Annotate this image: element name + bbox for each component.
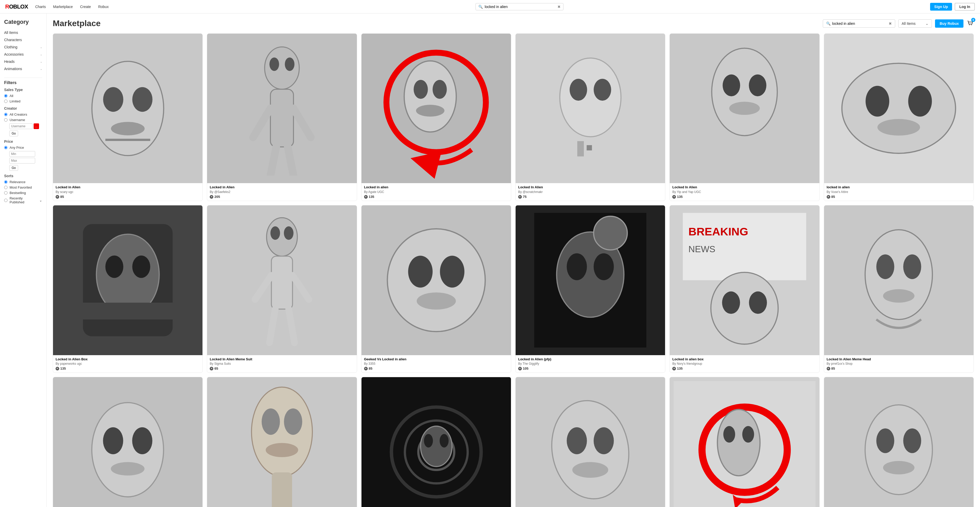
content-search-clear-icon[interactable]: ✖ [889,21,892,26]
filter-dropdown-chevron-icon: ⌄ [926,21,929,26]
item-card[interactable]: Locked in Alien BoxBy paperworks ugcR135 [53,205,203,373]
item-card[interactable]: Locked In Alien Meme SuitBy Sigma SuitsR… [207,205,357,373]
sort-recently-published[interactable]: Recently Published ⌄ [4,196,42,204]
svg-point-20 [560,58,621,137]
item-card[interactable]: Locked in Alien (pfp)By The GigglifyR105 [515,205,665,373]
svg-point-70 [262,408,280,435]
username-input[interactable] [9,123,33,129]
item-card[interactable]: Locked In AlienBy Yip and Yap UGCR135 [670,33,819,201]
sales-type-all[interactable]: All [4,94,42,98]
buy-robux-button[interactable]: Buy Robux [935,19,964,28]
item-card[interactable]: ■ Locked In AlienBy @scratchmakrR75 [515,33,665,201]
robux-icon: R [827,195,830,199]
sort-relevance[interactable]: Relevance [4,180,42,184]
sidebar-item-animations[interactable]: Animations ⌄ [4,65,42,72]
item-card[interactable]: locked in alienBy Vuse's AttireR85 [824,33,974,201]
item-card[interactable]: Locked in AlienBy @Saefeks2R205 [207,33,357,201]
nav-marketplace[interactable]: Marketplace [53,5,73,9]
svg-line-13 [270,147,276,176]
robux-icon: R [56,195,59,199]
svg-line-43 [293,276,309,300]
svg-point-19 [416,105,444,116]
signup-button[interactable]: Sign Up [930,3,952,11]
creator-go-button[interactable]: Go [9,131,18,136]
price-value: 85 [831,195,835,199]
sidebar-item-heads[interactable]: Heads ⌄ [4,58,42,65]
item-price: R205 [210,195,354,199]
item-info: Locked In Alien Meme HeadBy prref1xx's S… [824,355,974,373]
item-price: R105 [518,367,662,370]
sidebar-item-all-items[interactable]: All Items [4,29,42,36]
item-card[interactable]: locked in alien boxBy Wushu AestheticR13… [824,377,974,507]
item-price: R65 [210,367,354,370]
robux-icon: R [672,195,676,199]
robux-icon: R [364,367,368,370]
svg-point-17 [414,80,428,99]
svg-point-78 [420,426,452,467]
nav-search-input[interactable] [485,5,557,9]
item-name: Locked in Alien [56,185,200,190]
item-price: R85 [827,367,971,370]
item-thumbnail [361,206,511,355]
roblox-logo: ROBLOX [5,3,28,10]
item-card[interactable]: Geeked Vs Locked in alienBy 3355R85 [361,205,511,373]
item-name: Locked in alien [364,185,508,190]
svg-point-25 [712,48,778,136]
item-card[interactable]: Locked in Alien | Meme BoxBy Ascent Stud… [361,377,511,507]
robux-icon: R [210,195,213,199]
svg-point-7 [265,47,299,89]
content-search-wrap: 🔍 ✖ All Items ⌄ Buy Robux 0 [823,19,974,28]
sidebar-item-clothing[interactable]: Clothing ⌄ [4,43,42,51]
item-price: R85 [56,195,200,199]
item-card[interactable]: Cursed Locked In Alien MemeBy prref1xx's… [515,377,665,507]
price-any[interactable]: Any Price [4,146,42,150]
nav-charts[interactable]: Charts [35,5,46,9]
sales-type-limited[interactable]: Limited [4,99,42,103]
creator-all[interactable]: All Creators [4,113,42,116]
item-creator: By Vuse's Attire [827,190,971,194]
svg-point-94 [883,461,914,474]
item-card[interactable]: Locked In Alien BoxBy mongus gangR135 [53,377,203,507]
cart-icon-wrap[interactable]: 0 [967,19,974,27]
nav-search-clear-icon[interactable]: ✖ [557,5,561,9]
svg-point-71 [284,408,302,435]
item-card[interactable]: Locked in AlienBy scary ugcR85 [53,33,203,201]
price-min-input[interactable] [9,151,35,157]
item-card[interactable]: Locked In Alien MemeBy Sigma Suits [207,377,357,507]
item-card[interactable]: Locked in alienBy Agate UGCR135 [361,33,511,201]
content-search-icon: 🔍 [826,21,830,26]
nav-robux[interactable]: Robux [98,5,108,9]
username-red-button[interactable]: ... [33,123,39,129]
filter-dropdown[interactable]: All Items ⌄ [898,19,932,28]
item-card[interactable]: BREAKING NEWS Locked in alien boxBy Nory… [670,205,819,373]
sidebar-item-accessories[interactable]: Accessories ⌄ [4,51,42,58]
price-go-button[interactable]: Go [9,165,18,171]
svg-text:■: ■ [586,141,593,153]
sidebar-item-characters[interactable]: Characters [4,36,42,43]
svg-point-48 [440,256,465,288]
svg-point-8 [269,57,279,71]
svg-point-18 [433,80,447,99]
svg-point-66 [103,427,123,454]
svg-point-81 [544,394,636,505]
sort-most-favorited[interactable]: Most Favorited [4,185,42,189]
nav-create[interactable]: Create [80,5,91,9]
creator-username[interactable]: Username [4,118,42,122]
item-name: Locked In Alien Meme Head [827,357,971,362]
svg-text:BREAKING: BREAKING [689,225,748,238]
content-search-input[interactable] [832,21,889,26]
svg-point-36 [132,255,150,278]
content-search-box: 🔍 ✖ [823,19,895,28]
category-title: Category [4,19,42,26]
svg-point-69 [251,387,312,476]
item-card[interactable]: Locked In Alien Meme HeadBy prref1xx's S… [824,205,974,373]
robux-icon: R [210,367,213,370]
price-max-input[interactable] [9,158,35,164]
login-button[interactable]: Log In [955,3,975,11]
sort-bestselling[interactable]: Bestselling [4,191,42,195]
category-section: Category All Items Characters Clothing ⌄… [4,19,42,72]
item-price: R85 [364,367,508,370]
item-card[interactable]: Locked In Alien Red CircleBy Q1 studioR1… [670,377,819,507]
robux-icon: R [518,195,522,199]
animations-chevron-icon: ⌄ [40,67,42,70]
